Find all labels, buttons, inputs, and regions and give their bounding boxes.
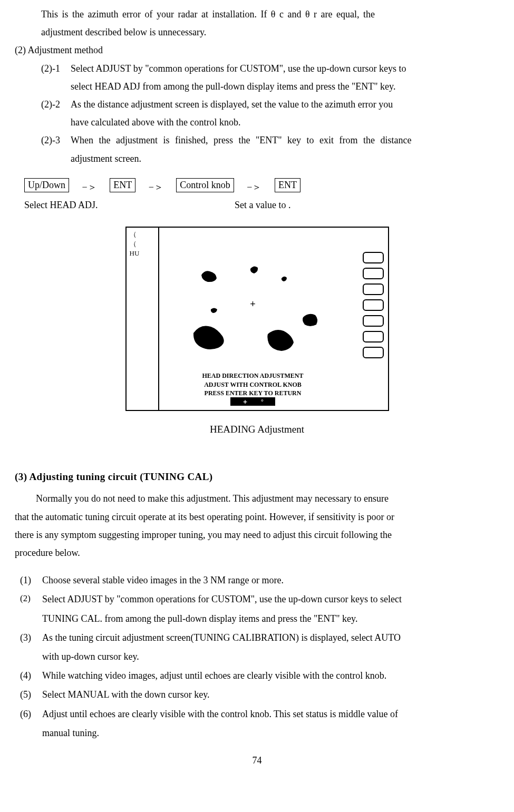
step-2-1-line1: Select ADJUST by "common operations for … xyxy=(71,60,499,77)
softkey-7[interactable] xyxy=(363,347,384,358)
flow-arrow-1: −＞ xyxy=(82,182,97,192)
section3-p1: Normally you do not need to make this ad… xyxy=(15,490,499,507)
step-2-3-line2: adjustment screen. xyxy=(15,150,499,168)
flow-arrow-3: −＞ xyxy=(247,182,261,192)
softkey-6[interactable] xyxy=(363,331,384,343)
radar-left-label-1: （ xyxy=(130,230,140,239)
flow-box-ent-1: ENT xyxy=(110,178,135,192)
step-2-1-line2: select HEAD ADJ from among the pull-down… xyxy=(15,77,499,95)
radar-caption: HEADING Adjustment xyxy=(15,420,499,439)
step-2-2-line1: As the distance adjustment screen is dis… xyxy=(71,95,499,113)
step-2-3-label: (2)-3 xyxy=(41,131,71,149)
flow-box-ent-2: ENT xyxy=(275,178,300,192)
radar-overlay-line1: HEAD DIRECTION ADJUSTMENT xyxy=(159,371,347,380)
s3-item1-text: Choose several stable video images in th… xyxy=(42,571,499,589)
softkey-4[interactable] xyxy=(363,299,384,311)
s3-item6-line2: manual tuning. xyxy=(42,724,499,742)
step-2-2-line2: have calculated above with the control k… xyxy=(15,113,499,131)
radar-hu-label: HU xyxy=(130,249,140,258)
s3-item6-line1: Adjust until echoes are clearly visible … xyxy=(42,705,499,723)
adjustment-method-heading: (2) Adjustment method xyxy=(15,41,499,59)
flow-box-updown: Up/Down xyxy=(24,178,69,192)
radar-left-label-2: （ xyxy=(130,239,140,249)
s3-item2-line2: TUNING CAL. from among the pull-down dis… xyxy=(42,610,499,628)
s3-item3-line2: with up-down cursor key. xyxy=(42,648,499,666)
softkey-2[interactable] xyxy=(363,268,384,279)
s3-item5-text: Select MANUAL with the down cursor key. xyxy=(42,686,499,703)
softkey-3[interactable] xyxy=(363,283,384,295)
s3-item6-num: (6) xyxy=(20,705,42,723)
radar-softkey-column xyxy=(363,252,384,358)
azimuth-error-line1: This is the azimuth error of your radar … xyxy=(15,5,499,23)
azimuth-error-line2: adjustment described below is unnecessar… xyxy=(15,23,499,41)
flow-caption-2: Set a value to . xyxy=(235,196,290,214)
section3-p2: that the automatic tuning circuit operat… xyxy=(15,508,499,526)
section3-p4: procedure below. xyxy=(15,544,499,562)
radar-echo-area: + HEAD DIRECTION ADJUS xyxy=(159,228,347,410)
softkey-5[interactable] xyxy=(363,315,384,327)
radar-overlay-line3: PRESS ENTER KEY TO RETURN xyxy=(159,389,347,397)
flow-caption-1: Select HEAD ADJ. xyxy=(24,196,98,214)
step-2-2-label: (2)-2 xyxy=(41,95,71,113)
s3-item3-num: (3) xyxy=(20,629,42,647)
s3-item4-num: (4) xyxy=(20,667,42,684)
s3-item2-line1: Select ADJUST by "common operations for … xyxy=(42,590,499,608)
section3-p3: there is any symptom suggesting improper… xyxy=(15,526,499,544)
softkey-1[interactable] xyxy=(363,252,384,263)
radar-screen: （ （ HU + xyxy=(125,227,389,411)
section3-heading: (3) Adjusting tuning circuit (TUNING CAL… xyxy=(15,467,499,486)
step-2-1-label: (2)-1 xyxy=(41,60,71,77)
step-2-3-line1: When the adjustment is finished, press t… xyxy=(71,131,499,149)
radar-overlay-line2: ADJUST WITH CONTROL KNOB xyxy=(159,380,347,389)
radar-center-cross-icon: + xyxy=(250,295,256,313)
s3-item4-text: While watching video images, adjust unti… xyxy=(42,667,499,684)
radar-overlay-value: ＋ ° xyxy=(230,397,275,406)
page-number: 74 xyxy=(15,751,499,769)
flow-box-control-knob: Control knob xyxy=(176,178,234,192)
s3-item3-line1: As the tuning circuit adjustment screen(… xyxy=(42,629,499,647)
s3-item2-num: (2) xyxy=(20,590,42,608)
s3-item5-num: (5) xyxy=(20,686,42,703)
flow-arrow-2: −＞ xyxy=(149,182,163,192)
s3-item1-num: (1) xyxy=(20,571,42,589)
